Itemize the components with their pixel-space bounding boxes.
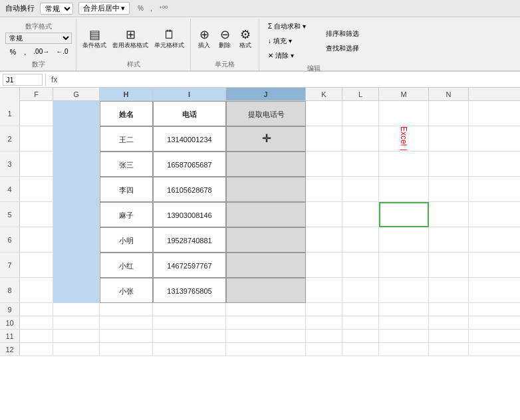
cell-j10[interactable] xyxy=(226,316,306,329)
cell-style-button[interactable]: 🗒 单元格样式 xyxy=(152,27,186,51)
cell-k8[interactable] xyxy=(306,278,342,303)
cell-g10[interactable] xyxy=(53,316,100,329)
col-header-h[interactable]: H xyxy=(100,88,153,100)
cell-g3[interactable] xyxy=(53,152,100,177)
col-header-g[interactable]: G xyxy=(53,88,100,100)
autosum-button[interactable]: Σ 自动求和 ▾ xyxy=(263,20,317,33)
cell-m5[interactable] xyxy=(379,202,429,227)
cell-l8[interactable] xyxy=(342,278,379,303)
cell-g11[interactable] xyxy=(53,330,100,342)
cell-f11[interactable] xyxy=(20,330,53,342)
cell-j12[interactable] xyxy=(226,343,306,356)
cell-l9[interactable] xyxy=(342,303,379,316)
cell-m11[interactable] xyxy=(379,330,429,342)
cell-g5[interactable] xyxy=(53,202,100,227)
cell-m8[interactable] xyxy=(379,278,429,303)
cell-k1[interactable] xyxy=(306,101,342,126)
cell-l5[interactable] xyxy=(342,202,379,227)
cell-l7[interactable] xyxy=(342,253,379,278)
col-header-i[interactable]: I xyxy=(153,88,226,100)
cell-k5[interactable] xyxy=(306,202,342,227)
cell-m1[interactable] xyxy=(379,101,429,126)
cell-i5[interactable]: 13903008146 xyxy=(153,202,226,227)
conditional-format-button[interactable]: ▤ 条件格式 xyxy=(80,27,108,51)
col-header-l[interactable]: L xyxy=(342,88,379,100)
cell-m4[interactable] xyxy=(379,177,429,202)
cell-n3[interactable] xyxy=(429,152,469,177)
cell-h4[interactable]: 李四 xyxy=(100,177,153,202)
cell-f10[interactable] xyxy=(20,316,53,329)
cell-n11[interactable] xyxy=(429,330,469,342)
cell-m10[interactable] xyxy=(379,316,429,329)
cell-k12[interactable] xyxy=(306,343,342,356)
cell-g2[interactable] xyxy=(53,126,100,152)
cell-h11[interactable] xyxy=(100,330,153,342)
cell-l3[interactable] xyxy=(342,152,379,177)
cell-k7[interactable] xyxy=(306,253,342,278)
cell-f8[interactable] xyxy=(20,278,53,303)
cell-m12[interactable] xyxy=(379,343,429,356)
cell-k6[interactable] xyxy=(306,227,342,253)
cell-n8[interactable] xyxy=(429,278,469,303)
cell-n2[interactable] xyxy=(429,126,469,152)
cell-j9[interactable] xyxy=(226,303,306,316)
cell-f5[interactable] xyxy=(20,202,53,227)
cell-j8[interactable] xyxy=(226,278,306,303)
cell-n6[interactable] xyxy=(429,227,469,253)
cell-j2[interactable]: ✛ xyxy=(226,126,306,152)
cell-m3[interactable] xyxy=(379,152,429,177)
cell-j11[interactable] xyxy=(226,330,306,342)
format-select[interactable]: 常规 xyxy=(40,3,73,15)
cell-g6[interactable] xyxy=(53,227,100,253)
cell-k3[interactable] xyxy=(306,152,342,177)
cell-i3[interactable]: 16587065687 xyxy=(153,152,226,177)
table-format-button[interactable]: ⊞ 套用表格格式 xyxy=(110,27,150,51)
cell-g4[interactable] xyxy=(53,177,100,202)
cell-j5[interactable] xyxy=(226,202,306,227)
cell-m7[interactable] xyxy=(379,253,429,278)
cell-l2[interactable] xyxy=(342,126,379,152)
cell-f2[interactable] xyxy=(20,126,53,152)
cell-l1[interactable] xyxy=(342,101,379,126)
cell-i4[interactable]: 16105628678 xyxy=(153,177,226,202)
cell-m2[interactable]: Excel从零到一 xyxy=(379,126,429,152)
cell-h12[interactable] xyxy=(100,343,153,356)
cell-h3[interactable]: 张三 xyxy=(100,152,153,177)
cell-f12[interactable] xyxy=(20,343,53,356)
cell-reference-input[interactable] xyxy=(3,74,43,86)
cell-k10[interactable] xyxy=(306,316,342,329)
cell-h10[interactable] xyxy=(100,316,153,329)
cell-h1[interactable]: 姓名 xyxy=(100,101,153,126)
merge-center-button[interactable]: 合并后居中 ▾ xyxy=(78,2,130,15)
cell-h7[interactable]: 小红 xyxy=(100,253,153,278)
insert-button[interactable]: ⊕ 插入 xyxy=(195,27,213,51)
cell-g7[interactable] xyxy=(53,253,100,278)
delete-button[interactable]: ⊖ 删除 xyxy=(215,27,234,51)
cell-l11[interactable] xyxy=(342,330,379,342)
format-button[interactable]: ⚙ 格式 xyxy=(236,27,255,51)
cell-g8[interactable] xyxy=(53,278,100,303)
cell-i8[interactable]: 13139765805 xyxy=(153,278,226,303)
col-header-k[interactable]: K xyxy=(306,88,342,100)
cell-h8[interactable]: 小张 xyxy=(100,278,153,303)
cell-f1[interactable] xyxy=(20,101,53,126)
cell-f9[interactable] xyxy=(20,303,53,316)
cell-j7[interactable] xyxy=(226,253,306,278)
cell-f4[interactable] xyxy=(20,177,53,202)
cell-k4[interactable] xyxy=(306,177,342,202)
cell-g9[interactable] xyxy=(53,303,100,316)
cell-g1[interactable] xyxy=(53,101,100,126)
cell-n9[interactable] xyxy=(429,303,469,316)
cell-i6[interactable]: 19528740881 xyxy=(153,227,226,253)
cell-m9[interactable] xyxy=(379,303,429,316)
cell-n5[interactable] xyxy=(429,202,469,227)
cell-n12[interactable] xyxy=(429,343,469,356)
col-header-f[interactable]: F xyxy=(20,88,53,100)
cell-g12[interactable] xyxy=(53,343,100,356)
cell-i2[interactable]: 13140001234 xyxy=(153,126,226,152)
cell-i10[interactable] xyxy=(153,316,226,329)
cell-k11[interactable] xyxy=(306,330,342,342)
cell-l4[interactable] xyxy=(342,177,379,202)
cell-i1[interactable]: 电话 xyxy=(153,101,226,126)
cell-f6[interactable] xyxy=(20,227,53,253)
